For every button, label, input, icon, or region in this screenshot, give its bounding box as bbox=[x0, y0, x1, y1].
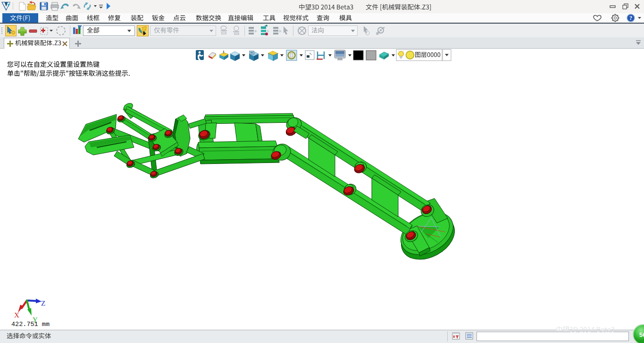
svg-text:Y: Y bbox=[33, 316, 38, 324]
svg-text:Z: Z bbox=[41, 300, 45, 307]
svg-text:422.751 mm: 422.751 mm bbox=[11, 321, 50, 328]
svg-text:X: X bbox=[14, 311, 19, 319]
svg-text:?: ? bbox=[629, 15, 632, 21]
svg-text:56: 56 bbox=[639, 331, 644, 338]
